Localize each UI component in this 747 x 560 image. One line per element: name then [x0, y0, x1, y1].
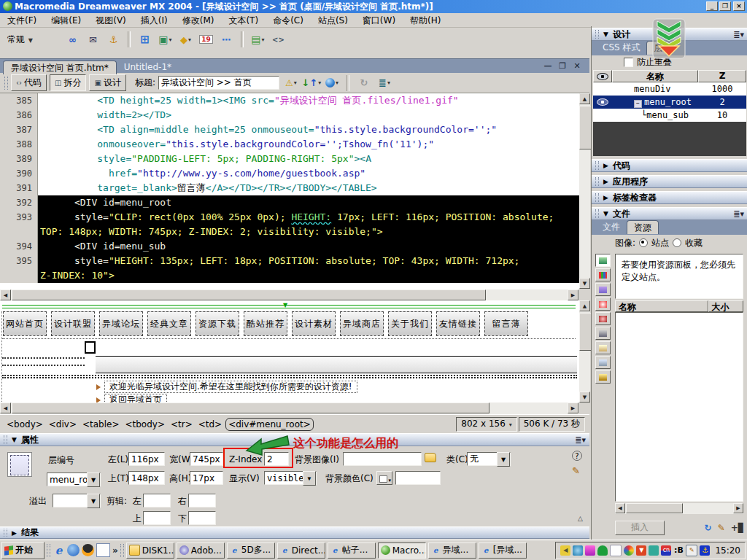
window-size-selector[interactable]: 802 x 156 ▾ — [456, 417, 516, 432]
taskbar-task-button[interactable]: e帖子... — [328, 542, 376, 559]
code-line[interactable]: 394 <DIV id=menu_sub — [0, 239, 579, 254]
refresh-assets-icon[interactable]: ↻ — [705, 523, 712, 533]
collapsed-panel-header[interactable]: ▶标签检查器 — [592, 191, 747, 204]
insert-asset-button[interactable]: 插入 — [615, 521, 665, 535]
email-link-icon[interactable]: ✉ — [84, 31, 102, 48]
panel-grip[interactable] — [595, 161, 599, 169]
bg-color-picker[interactable]: ▾ — [376, 471, 392, 485]
scripts-icon[interactable] — [595, 341, 611, 354]
eye-visibility-icon[interactable] — [597, 98, 608, 106]
msn-icon[interactable] — [67, 544, 80, 556]
layer-row[interactable]: −menu_root2 — [593, 96, 746, 109]
assets-size-column[interactable]: 大小 — [708, 300, 743, 312]
quicklaunch-grip[interactable] — [47, 544, 50, 557]
refresh-icon[interactable]: ↻ — [355, 75, 373, 91]
layer-row[interactable]: └menu_sub10 — [593, 109, 746, 122]
media-icon[interactable]: ◆▾ — [177, 31, 195, 48]
tag-selector-item[interactable]: <td> — [196, 419, 224, 430]
layer-row[interactable]: menuDiv1000 — [593, 82, 746, 96]
quick-tag-edit-icon[interactable]: ✎ — [572, 465, 580, 476]
collapsed-panel-header[interactable]: ▶代码 — [592, 159, 747, 172]
images-icon[interactable] — [595, 254, 611, 267]
plug-icon[interactable] — [649, 545, 659, 556]
messenger-icon[interactable] — [585, 545, 595, 556]
code-line[interactable]: 386 width=2></TD> — [0, 108, 579, 122]
panel-options-icon[interactable]: ≣▾ — [733, 209, 744, 219]
doc-close-button[interactable]: ✕ — [570, 61, 584, 71]
tag-selector-item[interactable]: <div> — [47, 419, 79, 430]
taskbar-task-button[interactable]: e[异域... — [479, 542, 527, 559]
flash-icon[interactable] — [595, 298, 611, 311]
panel-grip[interactable] — [595, 193, 599, 201]
antivirus-umbrella-icon[interactable] — [597, 545, 608, 556]
panel-options-icon[interactable]: ≣▾ — [733, 30, 744, 39]
get-put-files-icon[interactable]: ↓↑▾ — [303, 75, 320, 91]
volume-icon[interactable]: ◀ — [560, 545, 570, 556]
code-line[interactable]: 387 <TD align=middle height=25 onmouseou… — [0, 122, 579, 137]
layer-anchor-handle[interactable] — [85, 341, 96, 354]
taskbar-task-button[interactable]: Macro... — [378, 542, 426, 559]
code-line[interactable]: Z-INDEX: 10"> — [0, 268, 579, 283]
flashget-icon[interactable]: ▼ — [636, 545, 646, 556]
menu-item[interactable]: 文件(F) — [0, 13, 44, 28]
taskbar-task-button[interactable]: e异域... — [428, 542, 476, 559]
clip-bottom-input[interactable] — [188, 511, 216, 525]
menu-item[interactable]: 命令(C) — [266, 13, 311, 28]
code-view[interactable]: 385 <TD height=25 width=1><IMG src="异域设计… — [0, 93, 579, 289]
code-horizontal-scrollbar[interactable]: ◀ ▶ — [0, 289, 579, 300]
top-input[interactable] — [128, 471, 165, 485]
tablet-icon[interactable]: ✎ — [686, 545, 697, 556]
left-input[interactable] — [128, 452, 165, 466]
panel-grip[interactable] — [4, 529, 7, 537]
menu-item[interactable]: 修改(M) — [175, 13, 222, 28]
site-nav-item[interactable]: 经典文章 — [147, 311, 191, 336]
menu-item[interactable]: 站点(S) — [311, 13, 355, 28]
code-line[interactable]: 392 <DIV id=menu_root — [0, 195, 579, 210]
taskbar-task-button[interactable]: e5D多... — [227, 542, 275, 559]
code-line[interactable]: 389 style="PADDING-LEFT: 5px; PADDING-RI… — [0, 152, 579, 166]
bg-image-input[interactable] — [343, 452, 422, 466]
notes-icon[interactable] — [610, 545, 622, 556]
tag-selector-item[interactable]: <tr> — [169, 419, 195, 430]
bg-color-input[interactable] — [395, 471, 441, 485]
menu-item[interactable]: 视图(V) — [88, 13, 133, 28]
doc-title-input[interactable] — [158, 76, 279, 90]
site-nav-item[interactable]: 资源下载 — [196, 311, 239, 336]
menu-item[interactable]: 窗口(W) — [355, 13, 403, 28]
site-nav-item[interactable]: 异域论坛 — [99, 311, 143, 336]
site-nav-item[interactable]: 关于我们 — [388, 311, 432, 336]
site-radio[interactable] — [639, 238, 648, 247]
code-line[interactable]: 393 style="CLIP: rect(0px 100% 25px 0px)… — [0, 210, 579, 225]
design-view-button[interactable]: ▣设计 — [89, 74, 125, 91]
panel-grip[interactable] — [4, 435, 7, 443]
assets-list[interactable] — [615, 312, 743, 502]
color-ball-icon[interactable] — [624, 545, 634, 556]
code-line[interactable]: 388 onmouseover="this.style.backgroundCo… — [0, 137, 579, 152]
view-options-icon[interactable]: ≣▾ — [376, 75, 393, 91]
code-line[interactable]: 385 <TD height=25 width=1><IMG src="异域设计… — [0, 93, 579, 108]
prevent-overlap-checkbox[interactable] — [624, 58, 633, 67]
shockwave-icon[interactable] — [595, 312, 611, 325]
toolbar-grip[interactable] — [4, 77, 8, 90]
design-horizontal-scrollbar[interactable]: ◀ ▶ — [0, 402, 579, 414]
date-icon[interactable]: 19 — [197, 31, 215, 48]
collapsed-panel-header[interactable]: ▶应用程序 — [592, 175, 747, 188]
clip-right-input[interactable] — [188, 494, 216, 508]
assets-name-column[interactable]: 名称 — [615, 300, 708, 312]
collapse-expander-icon[interactable]: − — [634, 100, 642, 108]
code-line[interactable]: TOP: 148px; WIDTH: 745px; Z-INDEX: 2; vi… — [0, 225, 579, 239]
design-panel-tab[interactable]: CSS 样式 — [596, 41, 646, 54]
site-nav-item[interactable]: 留言薄 — [484, 311, 528, 336]
qq-icon[interactable] — [82, 544, 94, 556]
clip-top-input[interactable] — [143, 511, 171, 525]
panel-grip[interactable] — [595, 209, 599, 217]
visibility-select[interactable]: visible▼ — [264, 471, 317, 485]
class-select[interactable]: 无▼ — [467, 452, 511, 466]
code-view-button[interactable]: ‹›代码 — [11, 74, 47, 91]
tag-chooser-icon[interactable]: <> — [269, 31, 287, 48]
template-icon[interactable]: ▤▾ — [249, 31, 267, 48]
design-vertical-scrollbar[interactable]: ▲ ▼ — [579, 300, 590, 402]
named-anchor-icon[interactable]: ⚓ — [104, 31, 123, 48]
design-view[interactable]: ▼ 网站首页设计联盟异域论坛经典文章资源下载酷站推荐设计素材异域商店关于我们友情… — [0, 300, 579, 402]
menu-item[interactable]: 编辑(E) — [44, 13, 88, 28]
